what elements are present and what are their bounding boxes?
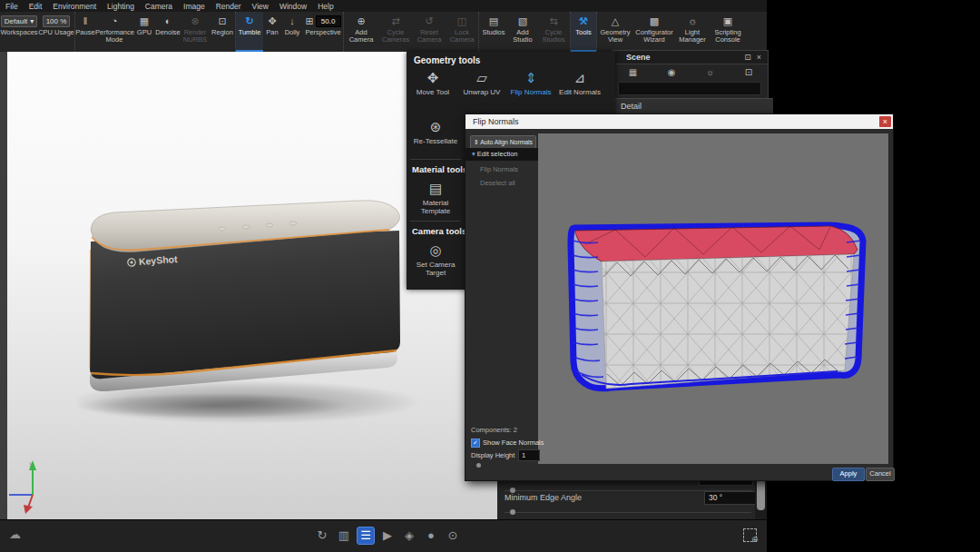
- flip-normals-button[interactable]: ⇕ Flip Normals: [506, 68, 555, 96]
- menu-window[interactable]: Window: [274, 2, 312, 11]
- slider-track[interactable]: [505, 512, 751, 513]
- configurator-wizard-icon: ▩: [650, 15, 659, 27]
- cloud-icon[interactable]: ☁: [9, 527, 21, 541]
- tumble-icon: ↻: [245, 15, 253, 27]
- add-studio-button[interactable]: ▧ Add Studio: [508, 12, 537, 52]
- scene-materials-icon[interactable]: ◉: [668, 67, 676, 77]
- menu-help[interactable]: Help: [312, 2, 338, 11]
- slider-handle[interactable]: [510, 509, 515, 515]
- mesh-preview: [538, 133, 888, 464]
- denoise-button[interactable]: ◐ Denoise: [155, 12, 181, 52]
- tools-icon: ⚒: [579, 15, 588, 27]
- menu-view[interactable]: View: [247, 2, 274, 11]
- lock-camera-icon: ◫: [457, 15, 466, 27]
- fit-region-button[interactable]: ⊕: [740, 526, 763, 547]
- set-camera-target-icon: ◎: [429, 241, 441, 261]
- unwrap-uv-button[interactable]: ▱ Unwrap UV: [457, 68, 506, 96]
- denoise-icon: ◐: [165, 15, 172, 27]
- flip-normals-dialog: Flip Normals × ⇕ Auto Align Normals ▾ Ed…: [465, 113, 894, 481]
- cancel-button[interactable]: Cancel: [866, 468, 895, 481]
- workspaces-value: Default: [5, 16, 27, 26]
- scripting-console-button[interactable]: ▣ Scripting Console: [710, 12, 746, 52]
- region-button[interactable]: ⊡ Region: [210, 12, 235, 52]
- undock-icon[interactable]: ⊡: [741, 53, 754, 62]
- menu-render[interactable]: Render: [211, 2, 247, 11]
- perspective-control[interactable]: ⊞ 50.0 Perspective: [303, 12, 343, 52]
- edit-normals-button[interactable]: ⊿ Edit Normals: [555, 68, 604, 96]
- region-icon: ⊡: [218, 15, 226, 27]
- move-tool-button[interactable]: ✥ Move Tool: [408, 68, 457, 96]
- show-face-normals-checkbox[interactable]: ✓: [471, 439, 480, 448]
- menu-environment[interactable]: Environment: [47, 2, 102, 11]
- configurator-wizard-button[interactable]: ▩ Configurator Wizard: [633, 12, 675, 52]
- dolly-icon: ↓: [289, 15, 295, 27]
- tumble-button[interactable]: ↻ Tumble: [236, 12, 263, 52]
- scene-panel: Scene ⊡ × ▦ ◉ ☼ ⊡ Detail: [612, 50, 769, 115]
- gpu-button[interactable]: ▦ GPU: [133, 12, 155, 52]
- pan-button[interactable]: ✥ Pan: [263, 12, 281, 52]
- lock-camera-button: ◫ Lock Camera: [446, 12, 478, 52]
- close-icon[interactable]: ×: [754, 53, 764, 62]
- display-height-slider[interactable]: [476, 463, 481, 468]
- display-height-input[interactable]: 1: [518, 449, 540, 461]
- geometry-view-icon: △: [612, 15, 619, 27]
- scene-filter-tabs: ▦ ◉ ☼ ⊡: [613, 64, 768, 80]
- add-studio-icon: ▧: [518, 15, 527, 27]
- material-template-button[interactable]: ▤ Material Template: [407, 179, 465, 215]
- viewport-left-edge: [0, 52, 7, 519]
- keyshotxr-icon[interactable]: ◈: [400, 527, 418, 545]
- min-edge-angle-input[interactable]: 30 °: [704, 491, 759, 505]
- cycle-studios-icon: ⇆: [549, 15, 557, 27]
- apply-button[interactable]: Apply: [832, 468, 865, 481]
- studios-button[interactable]: ▤ Studios: [479, 12, 508, 52]
- cloud-library-orbit-icon[interactable]: ↻: [313, 527, 331, 545]
- menu-edit[interactable]: Edit: [24, 2, 48, 11]
- pause-button[interactable]: ‖ Pause: [75, 12, 95, 52]
- geometry-view-button[interactable]: △ Geometry View: [597, 12, 633, 52]
- flip-normals-mini-icon: ⇕: [474, 139, 479, 145]
- perspective-icon: ⊞: [305, 15, 313, 27]
- menu-camera[interactable]: Camera: [140, 2, 178, 11]
- scene-detail-header[interactable]: Detail: [613, 98, 773, 113]
- cpu-usage-dropdown[interactable]: 100 % CPU Usage: [38, 12, 74, 52]
- geometry-tools-title: Geometry tools: [407, 52, 615, 68]
- tools-button[interactable]: ⚒ Tools: [571, 12, 596, 52]
- studios-icon: ▤: [489, 15, 498, 27]
- performance-mode-button[interactable]: ◔ Performance Mode: [95, 12, 133, 52]
- deselect-all-action[interactable]: Deselect all: [480, 178, 515, 189]
- axis-gizmo: y: [9, 458, 59, 517]
- re-tessellate-icon: ⊛: [430, 117, 442, 137]
- light-manager-icon: ☼: [688, 15, 697, 27]
- scene-panel-title: Scene: [626, 53, 651, 62]
- render-icon[interactable]: ●: [422, 527, 440, 545]
- scene-lights-icon[interactable]: ☼: [706, 67, 714, 77]
- scene-cameras-icon[interactable]: ⊡: [745, 67, 752, 77]
- set-camera-target-button[interactable]: ◎ Set Camera Target: [407, 241, 465, 277]
- dialog-close-button[interactable]: ×: [879, 116, 891, 127]
- workspaces-dropdown[interactable]: Default▾ Workspaces: [0, 12, 38, 52]
- scene-models-icon[interactable]: ▦: [629, 67, 637, 77]
- menu-file[interactable]: File: [0, 2, 24, 11]
- light-manager-button[interactable]: ☼ Light Manager: [675, 12, 710, 52]
- min-edge-angle-label: Minimum Edge Angle: [505, 493, 582, 502]
- menu-bar: File Edit Environment Lighting Camera Im…: [0, 0, 767, 12]
- menu-image[interactable]: Image: [178, 2, 211, 11]
- scene-search-input[interactable]: [618, 82, 761, 95]
- menu-lighting[interactable]: Lighting: [102, 2, 140, 11]
- screenshot-icon[interactable]: ⊙: [444, 527, 462, 545]
- divider: [410, 159, 461, 160]
- scene-panel-titlebar[interactable]: Scene ⊡ ×: [613, 51, 768, 64]
- edit-selection-item[interactable]: ▾ Edit selection: [466, 148, 538, 161]
- dolly-button[interactable]: ↓ Dolly: [281, 12, 303, 52]
- edit-normals-icon: ⊿: [574, 68, 586, 88]
- animation-icon[interactable]: ▶: [378, 527, 397, 545]
- add-camera-button[interactable]: ⊕ Add Camera: [344, 12, 378, 52]
- scripting-console-icon: ▣: [723, 15, 732, 27]
- re-tessellate-button[interactable]: ⊛ Re-Tessellate: [407, 117, 465, 145]
- dialog-titlebar[interactable]: Flip Normals: [466, 114, 893, 129]
- library-icon[interactable]: ▥: [335, 527, 353, 545]
- project-icon[interactable]: ☰: [357, 527, 375, 545]
- perspective-input[interactable]: 50.0: [316, 15, 341, 27]
- dialog-viewport[interactable]: [538, 133, 888, 464]
- flip-normals-action[interactable]: Flip Normals: [480, 164, 518, 175]
